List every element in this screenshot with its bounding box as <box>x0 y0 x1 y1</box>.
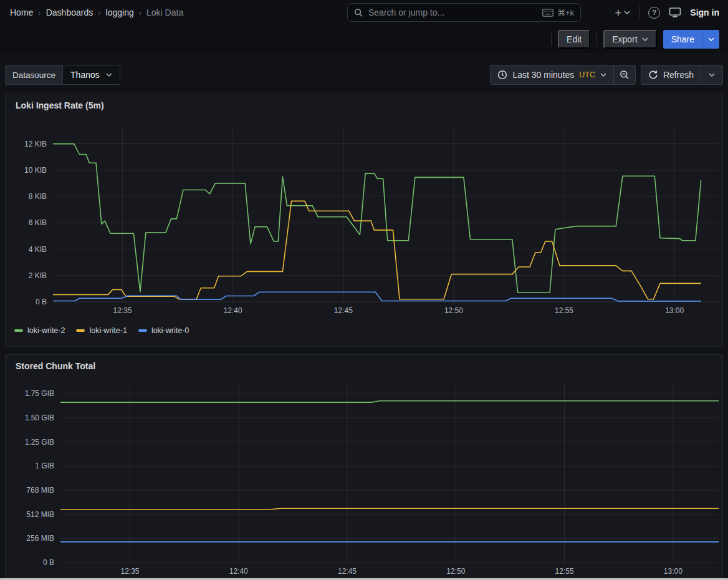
breadcrumb-home[interactable]: Home <box>10 7 33 17</box>
breadcrumb-folder-logging[interactable]: logging <box>106 7 134 17</box>
svg-text:12:45: 12:45 <box>338 567 357 576</box>
clock-icon <box>497 70 507 80</box>
svg-text:12 KIB: 12 KIB <box>24 140 47 148</box>
svg-text:1.75 GIB: 1.75 GIB <box>25 389 54 398</box>
datasource-select[interactable]: Thanos <box>62 65 120 84</box>
series-loki-write-1 <box>60 508 719 510</box>
legend-series-dash-icon <box>76 329 85 332</box>
search-shortcut: ⌘+k <box>542 8 574 17</box>
legend-item-loki-write-2[interactable]: loki-write-2 <box>14 326 65 335</box>
legend-series-label: loki-write-0 <box>151 326 189 335</box>
share-dropdown-button[interactable] <box>702 30 719 49</box>
svg-text:12:50: 12:50 <box>446 567 465 576</box>
refresh-label: Refresh <box>663 70 694 80</box>
export-button-label: Export <box>612 34 637 44</box>
svg-text:0 B: 0 B <box>36 297 47 306</box>
share-button[interactable]: Share <box>663 30 702 49</box>
svg-text:1 GIB: 1 GIB <box>35 462 54 470</box>
svg-text:12:35: 12:35 <box>121 567 140 576</box>
svg-text:10 KIB: 10 KIB <box>24 166 47 175</box>
chevron-down-icon <box>106 73 112 77</box>
series-loki-write-2 <box>60 401 719 402</box>
svg-text:12:35: 12:35 <box>113 306 132 315</box>
chevron-down-icon <box>642 37 648 41</box>
refresh-icon <box>648 70 658 80</box>
svg-text:8 KIB: 8 KIB <box>29 192 47 201</box>
edit-button[interactable]: Edit <box>558 30 590 49</box>
search-bar[interactable]: ⌘+k <box>347 3 581 22</box>
time-range-picker[interactable]: Last 30 minutes UTC <box>491 65 613 84</box>
legend-item-loki-write-1[interactable]: loki-write-1 <box>76 326 127 335</box>
chart-legend: loki-write-2loki-write-1loki-write-0 <box>6 325 722 335</box>
news-monitor-button[interactable] <box>669 7 681 18</box>
zoom-out-icon <box>620 70 630 80</box>
time-range-label: Last 30 minutes <box>512 70 574 80</box>
timezone-label: UTC <box>579 70 595 79</box>
breadcrumb-separator-icon: › <box>139 8 141 17</box>
chevron-down-icon <box>708 37 714 41</box>
dashboard-controls-row: Datasource Thanos Last 30 minutes UTC <box>5 64 723 85</box>
nav-actions: + ? Sign in <box>615 0 719 25</box>
svg-text:1.25 GIB: 1.25 GIB <box>25 438 54 447</box>
series-loki-write-1 <box>53 201 701 299</box>
question-mark-icon: ? <box>652 9 656 16</box>
search-shortcut-keys: ⌘+k <box>557 8 574 17</box>
datasource-variable-control: Datasource Thanos <box>5 65 120 85</box>
series-loki-write-2 <box>53 144 701 293</box>
svg-text:256 MIB: 256 MIB <box>26 534 54 543</box>
share-split-button: Share <box>663 30 719 49</box>
time-picker-group: Last 30 minutes UTC <box>490 65 636 85</box>
refresh-interval-dropdown[interactable] <box>701 65 722 84</box>
panel-loki-ingest-rate: Loki Ingest Rate (5m) 12:3512:4012:4512:… <box>5 94 723 347</box>
breadcrumb: Home › Dashboards › logging › Loki Data <box>10 7 183 17</box>
svg-text:768 MIB: 768 MIB <box>26 486 54 495</box>
toolbar-divider <box>596 32 597 46</box>
breadcrumb-dashboards[interactable]: Dashboards <box>46 7 93 17</box>
svg-text:2 KIB: 2 KIB <box>29 271 47 280</box>
dashboard-toolbar: Edit Export Share <box>0 25 728 54</box>
refresh-button[interactable]: Refresh <box>641 65 701 84</box>
svg-text:12:40: 12:40 <box>224 306 242 315</box>
panel-title[interactable]: Stored Chunk Total <box>6 355 722 374</box>
legend-item-loki-write-0[interactable]: loki-write-0 <box>138 326 189 335</box>
zoom-out-time-button[interactable] <box>613 65 635 84</box>
svg-text:12:40: 12:40 <box>229 567 248 576</box>
datasource-label: Datasource <box>6 65 62 84</box>
help-button[interactable]: ? <box>648 7 660 19</box>
time-controls: Last 30 minutes UTC Refresh <box>490 65 723 85</box>
chevron-down-icon <box>600 73 606 77</box>
edit-button-label: Edit <box>567 34 582 44</box>
chevron-down-icon <box>624 11 630 14</box>
svg-text:12:45: 12:45 <box>334 306 353 315</box>
breadcrumb-separator-icon: › <box>98 8 100 17</box>
svg-text:6 KIB: 6 KIB <box>29 218 47 227</box>
svg-text:12:55: 12:55 <box>555 306 573 315</box>
export-button[interactable]: Export <box>603 30 656 49</box>
svg-text:0 B: 0 B <box>43 558 54 567</box>
search-input[interactable] <box>368 7 537 17</box>
legend-series-dash-icon <box>14 329 23 332</box>
panel-title[interactable]: Loki Ingest Rate (5m) <box>6 94 722 113</box>
chevron-down-icon <box>709 73 715 77</box>
stored-chunk-chart[interactable]: 12:3512:4012:4512:5012:5513:000 B256 MIB… <box>8 374 721 579</box>
legend-series-dash-icon <box>138 329 147 332</box>
refresh-group: Refresh <box>641 65 723 85</box>
svg-text:512 MIB: 512 MIB <box>26 510 54 519</box>
search-icon <box>354 8 363 17</box>
svg-text:1.50 GIB: 1.50 GIB <box>25 413 54 422</box>
share-button-label: Share <box>671 34 694 44</box>
svg-text:13:00: 13:00 <box>665 306 684 315</box>
nav-divider <box>639 6 639 19</box>
svg-text:12:55: 12:55 <box>555 567 574 576</box>
sign-in-button[interactable]: Sign in <box>690 7 719 17</box>
svg-text:4 KIB: 4 KIB <box>29 245 47 254</box>
svg-text:12:50: 12:50 <box>444 306 463 315</box>
datasource-value: Thanos <box>70 70 100 80</box>
legend-series-label: loki-write-1 <box>89 326 127 335</box>
breadcrumb-current-dashboard: Loki Data <box>146 7 183 17</box>
svg-text:13:00: 13:00 <box>664 567 682 576</box>
top-navigation-bar: Home › Dashboards › logging › Loki Data … <box>0 0 728 25</box>
ingest-rate-chart[interactable]: 12:3512:4012:4512:5012:5513:000 B2 KIB4 … <box>8 113 721 325</box>
toolbar-divider <box>551 32 552 46</box>
new-menu-button[interactable]: + <box>615 7 630 19</box>
